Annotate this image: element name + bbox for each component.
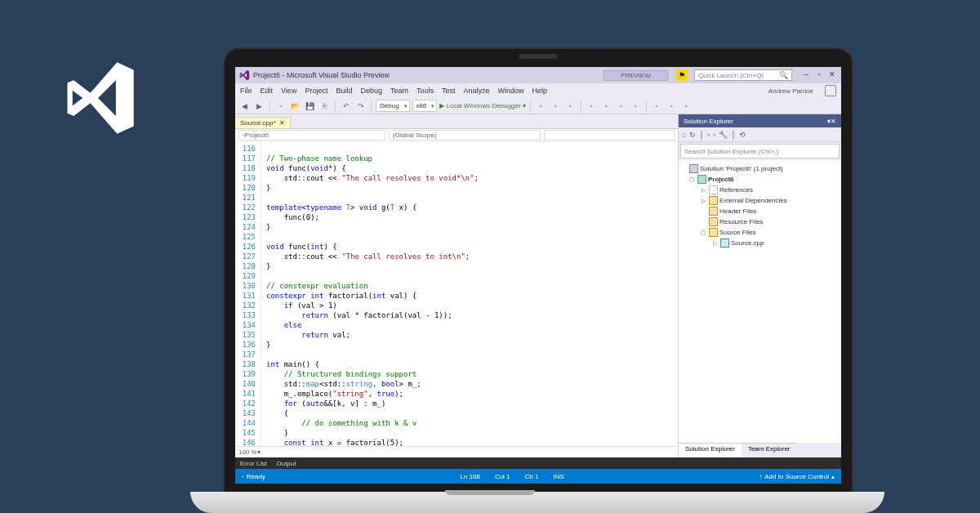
status-line: Ln 108 xyxy=(460,473,479,480)
menu-edit[interactable]: Edit xyxy=(261,87,274,95)
menu-window[interactable]: Window xyxy=(498,87,524,95)
global-scope-dropdown[interactable]: (Global Scope) xyxy=(389,130,541,141)
toolbar-icon[interactable]: ▫ xyxy=(651,100,663,112)
toolbar-icon[interactable]: ▫ xyxy=(615,100,627,112)
toolbar-icon[interactable]: ▫ xyxy=(535,100,547,112)
status-col: Col 1 xyxy=(495,473,510,480)
window-title: Project6 - Microsoft Visual Studio Previ… xyxy=(253,71,390,79)
show-all-icon[interactable]: ▫ xyxy=(713,131,715,139)
code-content[interactable]: // Two-phase name lookupvoid func(void*)… xyxy=(261,142,678,446)
status-ch: Ch 1 xyxy=(525,473,539,480)
tree-item[interactable]: ▢Project6 xyxy=(680,174,840,185)
menu-test[interactable]: Test xyxy=(442,87,456,95)
solution-explorer-tab[interactable]: Solution Explorer xyxy=(679,443,742,457)
solution-toolbar: ⌂ ↻ │ ▫ ▫ 🔧 │ ⟲ xyxy=(679,127,841,142)
toolbar-icon[interactable]: ▫ xyxy=(564,100,577,112)
undo-icon[interactable]: ↶ xyxy=(340,100,352,112)
menu-analyze[interactable]: Analyze xyxy=(464,87,490,95)
tree-item[interactable]: Resource Files xyxy=(680,216,840,227)
solution-tree[interactable]: Solution 'Project6' (1 project)▢Project6… xyxy=(679,160,841,443)
config-dropdown[interactable]: Debug xyxy=(376,100,410,112)
laptop-camera xyxy=(519,54,558,59)
close-button[interactable]: ✕ xyxy=(826,70,838,80)
editor-tab[interactable]: Source.cpp*✕ xyxy=(235,117,291,128)
team-explorer-tab[interactable]: Team Explorer xyxy=(742,443,797,457)
menu-project[interactable]: Project xyxy=(305,87,327,95)
tree-item[interactable]: Header Files xyxy=(680,206,840,216)
home-icon[interactable]: ⌂ xyxy=(682,131,686,139)
menubar: File Edit View Project Build Debug Team … xyxy=(235,83,841,98)
toolbar-icon[interactable]: ▫ xyxy=(630,100,642,112)
vs-window: Project6 - Microsoft Visual Studio Previ… xyxy=(235,67,841,484)
output-tab[interactable]: Output xyxy=(276,460,296,467)
notification-flag-icon[interactable]: ⚑ xyxy=(676,69,688,81)
menu-build[interactable]: Build xyxy=(336,87,352,95)
new-icon[interactable]: ▫ xyxy=(274,100,287,112)
menu-team[interactable]: Team xyxy=(390,87,408,95)
minimize-button[interactable]: ─ xyxy=(800,70,812,80)
quick-launch-input[interactable]: Quick Launch (Ctrl+Q)🔍 xyxy=(694,69,792,81)
restore-button[interactable]: ▫ xyxy=(813,70,825,80)
menu-tools[interactable]: Tools xyxy=(416,87,434,95)
toolbar-icon[interactable]: ▫ xyxy=(666,100,678,112)
code-editor[interactable]: 1161171181191201211221231241251261271281… xyxy=(235,142,678,446)
status-ins: INS xyxy=(553,473,564,480)
laptop-base xyxy=(190,492,884,513)
tree-item[interactable]: ▢Source Files xyxy=(680,227,840,238)
toolbar-icon[interactable]: ▫ xyxy=(680,100,693,112)
laptop-notch xyxy=(445,490,535,495)
project-scope-dropdown[interactable]: ▫ Project6 xyxy=(238,130,385,141)
add-source-control-button[interactable]: ↑ Add to Source Control ▴ xyxy=(759,473,835,480)
editor-tab-row: Source.cpp*✕ xyxy=(235,114,678,129)
vs-icon xyxy=(238,69,250,81)
nav-fwd-icon[interactable]: ▶ xyxy=(253,100,265,112)
open-icon[interactable]: 📂 xyxy=(289,100,301,112)
tree-item[interactable]: ▷References xyxy=(680,185,840,195)
redo-icon[interactable]: ↷ xyxy=(354,100,367,112)
user-avatar-icon[interactable] xyxy=(825,85,836,96)
toolbar-icon[interactable]: ▫ xyxy=(586,100,598,112)
panel-close-icon[interactable]: ✕ xyxy=(831,118,836,125)
toolbar-icon[interactable]: ▫ xyxy=(600,100,612,112)
line-gutter: 1161171181191201211221231241251261271281… xyxy=(235,142,261,446)
toolbar: ◀ ▶ ▫ 📂 💾 ⎘ ↶ ↷ Debug x86 Local Windows … xyxy=(235,98,841,114)
start-debugger-button[interactable]: Local Windows Debugger ▾ xyxy=(439,102,525,109)
tree-item[interactable]: ▷External Dependencies xyxy=(680,195,840,206)
titlebar: Project6 - Microsoft Visual Studio Previ… xyxy=(235,67,841,83)
collapse-icon[interactable]: ▫ xyxy=(707,131,710,139)
solution-explorer: Solution Explorer▾ ✕ ⌂ ↻ │ ▫ ▫ 🔧 │ ⟲ Sea… xyxy=(678,114,841,457)
nav-back-icon[interactable]: ◀ xyxy=(238,100,251,112)
zoom-indicator[interactable]: 100 % ▾ xyxy=(235,446,678,457)
statusbar: ▫ Ready Ln 108 Col 1 Ch 1 INS ↑ Add to S… xyxy=(235,469,841,484)
solution-search-input[interactable]: Search Solution Explorer (Ctrl+;) xyxy=(680,144,840,158)
preview-badge: PREVIEW xyxy=(604,70,668,81)
search-icon[interactable]: 🔍 xyxy=(779,71,788,79)
properties-icon[interactable]: 🔧 xyxy=(719,131,728,139)
tab-close-icon[interactable]: ✕ xyxy=(279,119,285,127)
sync-icon[interactable]: ⟲ xyxy=(739,131,746,139)
menu-view[interactable]: View xyxy=(281,87,296,95)
error-list-tab[interactable]: Error List xyxy=(240,460,266,467)
save-all-icon[interactable]: ⎘ xyxy=(318,100,331,112)
tree-item[interactable]: ▷Source.cpp xyxy=(680,238,840,248)
status-ready: ▫ Ready xyxy=(242,473,265,480)
member-scope-dropdown[interactable] xyxy=(544,130,675,141)
solution-explorer-header: Solution Explorer▾ ✕ xyxy=(679,114,841,127)
save-icon[interactable]: 💾 xyxy=(304,100,316,112)
menu-file[interactable]: File xyxy=(240,87,252,95)
user-name[interactable]: Andrew Pardoe xyxy=(768,87,813,95)
menu-help[interactable]: Help xyxy=(532,87,548,95)
menu-debug[interactable]: Debug xyxy=(360,87,382,95)
output-panel-tabs: Error List Output xyxy=(235,457,841,469)
refresh-icon[interactable]: ↻ xyxy=(689,131,696,139)
tree-item[interactable]: Solution 'Project6' (1 project) xyxy=(680,163,840,174)
platform-dropdown[interactable]: x86 xyxy=(412,100,438,112)
toolbar-icon[interactable]: ▫ xyxy=(550,100,562,112)
vs-logo xyxy=(57,57,139,142)
editor-area: Source.cpp*✕ ▫ Project6 (Global Scope) 1… xyxy=(235,114,678,457)
